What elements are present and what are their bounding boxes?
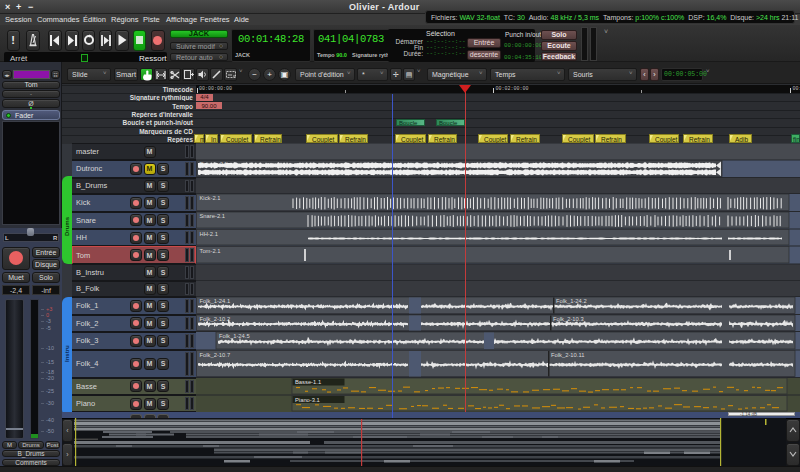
- svg-text:Basse-1.1: Basse-1.1: [295, 379, 321, 385]
- svg-text:Folk_1-24.5: Folk_1-24.5: [219, 333, 250, 339]
- svg-text:Folk_2-10.11: Folk_2-10.11: [551, 352, 584, 358]
- svg-text:Kick-2.1: Kick-2.1: [200, 195, 221, 201]
- svg-text:Folk_2-10.2: Folk_2-10.2: [200, 316, 231, 322]
- svg-text:Folk_1-24.2: Folk_1-24.2: [556, 298, 587, 304]
- svg-text:Folk_1-24.1: Folk_1-24.1: [200, 298, 231, 304]
- svg-text:Piano-3.1: Piano-3.1: [295, 397, 320, 403]
- svg-text:Folk_2-10.7: Folk_2-10.7: [200, 352, 231, 358]
- svg-text:Snare-2.1: Snare-2.1: [200, 213, 225, 219]
- svg-text:HH-2.1: HH-2.1: [200, 231, 218, 237]
- svg-text:Tom-2.1: Tom-2.1: [200, 248, 221, 254]
- svg-text:Folk_2-10.3: Folk_2-10.3: [553, 316, 584, 322]
